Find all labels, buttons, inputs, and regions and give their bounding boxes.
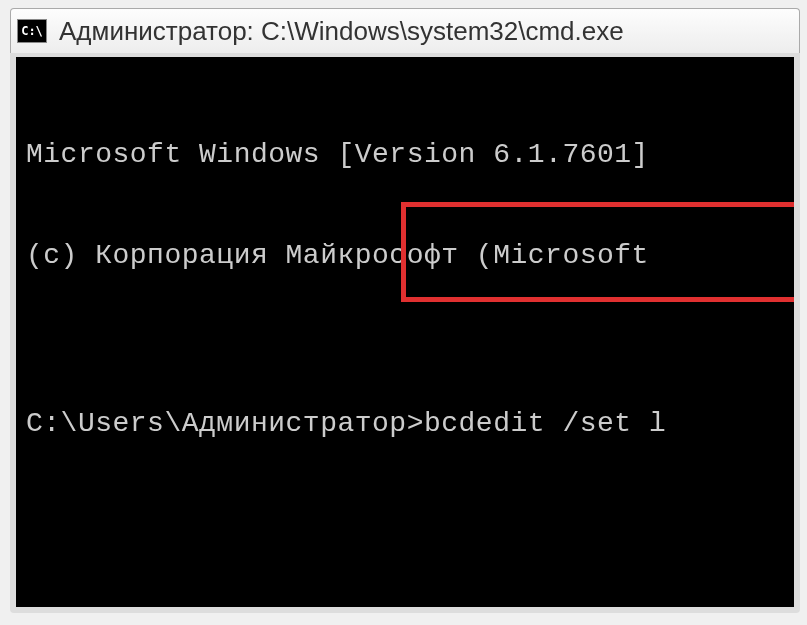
window-client-frame: Microsoft Windows [Version 6.1.7601] (c)… xyxy=(10,53,800,613)
window-title: Администратор: C:\Windows\system32\cmd.e… xyxy=(59,16,624,47)
console-line: (c) Корпорация Майкрософт (Microsoft xyxy=(26,239,784,273)
titlebar[interactable]: C:\ Администратор: C:\Windows\system32\c… xyxy=(10,8,800,53)
cmd-icon: C:\ xyxy=(17,19,47,43)
command-prompt-window: C:\ Администратор: C:\Windows\system32\c… xyxy=(10,8,800,618)
console-line: Microsoft Windows [Version 6.1.7601] xyxy=(26,138,784,172)
console-line: C:\Users\Администратор>bcdedit /set l xyxy=(26,407,784,441)
console-output[interactable]: Microsoft Windows [Version 6.1.7601] (c)… xyxy=(16,57,794,607)
